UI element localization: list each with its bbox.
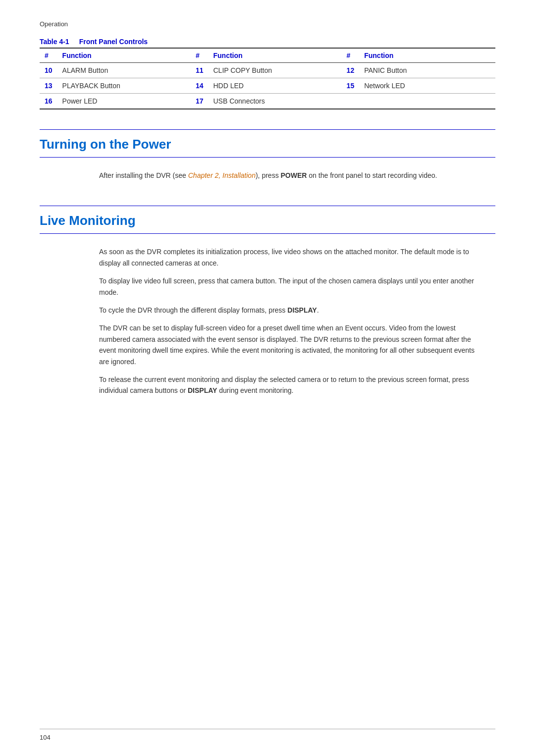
table-title: Front Panel Controls	[79, 38, 148, 46]
col2-hash-header: #	[191, 48, 209, 63]
turning-text-suffix: ), press	[256, 171, 281, 179]
live-para-3: To cycle the DVR through the different d…	[99, 305, 485, 316]
turning-power-title: Turning on the Power	[40, 137, 495, 152]
live-divider-top	[40, 206, 495, 206]
live-para-3-prefix: To cycle the DVR through the different d…	[99, 306, 287, 314]
live-para-4: The DVR can be set to display full-scree…	[99, 323, 485, 367]
turning-text-prefix: After installing the DVR (see	[99, 171, 188, 179]
col3-hash-header: #	[342, 48, 360, 63]
row-func1: PLAYBACK Button	[57, 78, 191, 94]
turning-bold-power: POWER	[281, 171, 307, 179]
row-num3: 15	[342, 78, 360, 94]
page-footer: 104	[40, 729, 495, 741]
turning-link-text: Chapter 2, Installation	[188, 171, 256, 179]
row-func3: PANIC Button	[359, 63, 495, 78]
live-para-2: To display live video full screen, press…	[99, 275, 485, 298]
col1-function-header: Function	[57, 48, 191, 63]
table-row: 16 Power LED 17 USB Connectors	[40, 94, 495, 109]
turning-divider-top	[40, 129, 495, 130]
turning-power-paragraph: After installing the DVR (see Chapter 2,…	[99, 170, 485, 181]
live-divider-bottom	[40, 233, 495, 234]
row-num3: 12	[342, 63, 360, 78]
live-para-1: As soon as the DVR completes its initial…	[99, 246, 485, 269]
row-num2: 14	[191, 78, 209, 94]
live-para-5-bold: DISPLAY	[188, 386, 217, 394]
table-label: Table 4-1	[40, 38, 69, 46]
live-monitoring-title: Live Monitoring	[40, 213, 495, 228]
row-func2: USB Connectors	[208, 94, 341, 109]
row-func1: ALARM Button	[57, 63, 191, 78]
turning-power-section: Turning on the Power After installing th…	[40, 129, 495, 181]
table-row: 13 PLAYBACK Button 14 HDD LED 15 Network…	[40, 78, 495, 94]
row-num1: 16	[40, 94, 57, 109]
turning-text-suffix2: on the front panel to start recording vi…	[307, 171, 437, 179]
row-func3	[359, 94, 495, 109]
table-row: 10 ALARM Button 11 CLIP COPY Button 12 P…	[40, 63, 495, 78]
live-monitoring-section: Live Monitoring As soon as the DVR compl…	[40, 206, 495, 396]
row-num1: 13	[40, 78, 57, 94]
live-para-5-suffix: during event monitoring.	[217, 386, 293, 394]
table-section: Table 4-1 Front Panel Controls # Functio…	[40, 38, 495, 109]
live-para-3-bold: DISPLAY	[287, 306, 317, 314]
breadcrumb: Operation	[40, 20, 68, 28]
live-para-5: To release the current event monitoring …	[99, 374, 485, 396]
page-number: 104	[40, 734, 51, 741]
row-num1: 10	[40, 63, 57, 78]
live-monitoring-body: As soon as the DVR completes its initial…	[40, 246, 495, 396]
col1-hash-header: #	[40, 48, 57, 63]
row-func1: Power LED	[57, 94, 191, 109]
row-func3: Network LED	[359, 78, 495, 94]
row-num2: 17	[191, 94, 209, 109]
col2-function-header: Function	[208, 48, 341, 63]
row-num3	[342, 94, 360, 109]
col3-function-header: Function	[359, 48, 495, 63]
front-panel-controls-table: # Function # Function # Function 10 ALAR…	[40, 48, 495, 109]
live-para-3-suffix: .	[317, 306, 319, 314]
row-func2: HDD LED	[208, 78, 341, 94]
turning-power-body: After installing the DVR (see Chapter 2,…	[40, 170, 495, 181]
row-num2: 11	[191, 63, 209, 78]
turning-divider-bottom	[40, 157, 495, 158]
row-func2: CLIP COPY Button	[208, 63, 341, 78]
